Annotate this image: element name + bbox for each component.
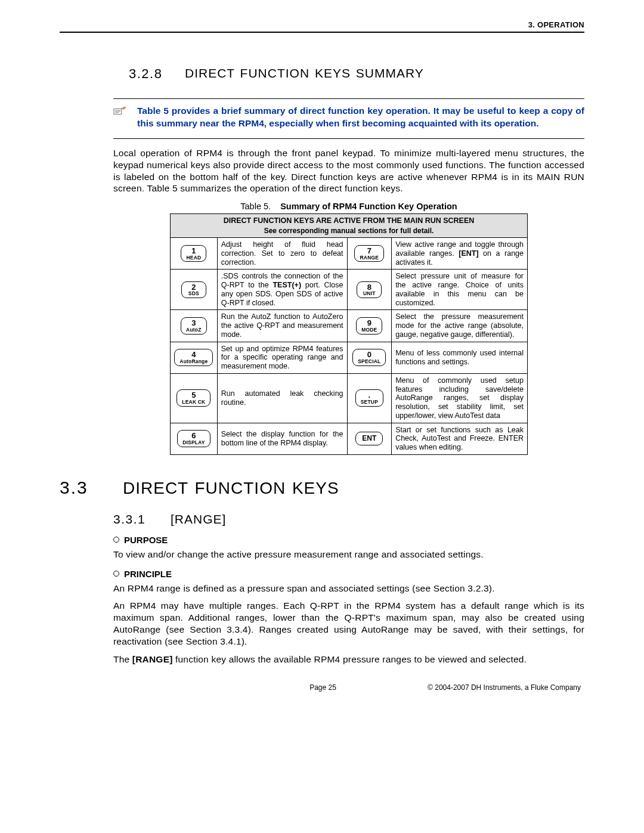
purpose-text: To view and/or change the active pressur… bbox=[113, 549, 584, 561]
purpose-label: PURPOSE bbox=[124, 535, 168, 545]
principle-p3: The [RANGE] function key allows the avai… bbox=[113, 654, 584, 665]
key-cell-left: 3AutoZ bbox=[171, 310, 218, 342]
keycap: 0SPECIAL bbox=[352, 349, 386, 366]
section-331-heading: 3.3.1 [RANGE] bbox=[113, 512, 584, 527]
table-row: 1HEADAdjust height of fluid head correct… bbox=[171, 238, 528, 270]
key-cell-left: 5LEAK CK bbox=[171, 373, 218, 423]
bullet-icon bbox=[113, 537, 119, 543]
table-caption: Table 5. Summary of RPM4 Function Key Op… bbox=[113, 202, 584, 211]
footer-copyright: © 2004-2007 DH Instruments, a Fluke Comp… bbox=[428, 683, 581, 692]
desc-cell-right: Menu of commonly used setup features inc… bbox=[392, 373, 528, 423]
table-caption-label: Table 5. bbox=[240, 202, 271, 211]
bullet-icon bbox=[113, 571, 119, 577]
desc-cell-right: View active range and toggle through ava… bbox=[392, 238, 528, 270]
page-footer: Page 25 © 2004-2007 DH Instruments, a Fl… bbox=[60, 683, 584, 692]
section-331-number: 3.3.1 bbox=[113, 512, 155, 527]
desc-cell-right: Start or set functions such as Leak Chec… bbox=[392, 423, 528, 454]
key-cell-left: 6DISPLAY bbox=[171, 423, 218, 454]
keycap: 5LEAK CK bbox=[177, 389, 210, 407]
keycap: 7RANGE bbox=[354, 245, 384, 262]
desc-cell-left: Run the AutoZ function to AutoZero the a… bbox=[217, 310, 347, 342]
table-row: 3AutoZRun the AutoZ function to AutoZero… bbox=[171, 310, 528, 342]
table-row: 6DISPLAYSelect the display function for … bbox=[171, 423, 528, 454]
table-row: 4AutoRangeSet up and optimize RPM4 featu… bbox=[171, 342, 528, 373]
table-caption-title: Summary of RPM4 Function Key Operation bbox=[280, 202, 457, 211]
key-cell-right: 7RANGE bbox=[347, 238, 392, 270]
key-cell-right: .SETUP bbox=[347, 373, 392, 423]
function-key-table: DIRECT FUNCTION KEYS ARE ACTIVE FROM THE… bbox=[170, 213, 528, 455]
page-header-right: 3. OPERATION bbox=[60, 20, 584, 29]
desc-cell-left: .SDS controls the connection of the Q-RP… bbox=[217, 270, 347, 310]
section-33-title: DIRECT FUNCTION KEYS bbox=[123, 479, 339, 498]
keycap: 9MODE bbox=[356, 317, 382, 335]
key-cell-right: ENT bbox=[347, 423, 392, 454]
header-rule bbox=[60, 32, 584, 33]
principle-p1: An RPM4 range is defined as a pressure s… bbox=[113, 583, 584, 594]
principle-p2: An RPM4 may have multiple ranges. Each Q… bbox=[113, 600, 584, 647]
key-cell-right: 9MODE bbox=[347, 310, 392, 342]
desc-cell-left: Select the display function for the bott… bbox=[217, 423, 347, 454]
section-328-heading: 3.2.8 DIRECT FUNCTION KEYS SUMMARY bbox=[60, 66, 584, 82]
key-cell-left: 1HEAD bbox=[171, 238, 218, 270]
keycap: 8UNIT bbox=[357, 281, 382, 299]
section-328-number: 3.2.8 bbox=[129, 66, 169, 82]
table-header-line2: See corresponding manual sections for fu… bbox=[174, 227, 524, 235]
principle-label: PRINCIPLE bbox=[124, 569, 172, 579]
note-icon bbox=[113, 106, 126, 130]
keycap: 1HEAD bbox=[181, 245, 206, 262]
table-header: DIRECT FUNCTION KEYS ARE ACTIVE FROM THE… bbox=[171, 214, 528, 238]
table-header-line1: DIRECT FUNCTION KEYS ARE ACTIVE FROM THE… bbox=[224, 216, 475, 225]
footer-page: Page 25 bbox=[309, 683, 336, 692]
keycap: 6DISPLAY bbox=[177, 430, 210, 447]
principle-p3-post: function key allows the available RPM4 p… bbox=[173, 654, 527, 664]
keycap: 3AutoZ bbox=[181, 317, 207, 335]
desc-cell-left: Run automated leak checking routine. bbox=[217, 373, 347, 423]
desc-cell-right: Select pressure unit of measure for the … bbox=[392, 270, 528, 310]
purpose-heading: PURPOSE bbox=[113, 535, 584, 545]
principle-p3-pre: The bbox=[113, 654, 132, 664]
section-33-heading: 3.3 DIRECT FUNCTION KEYS bbox=[60, 478, 584, 498]
desc-cell-right: Select the pressure measurement mode for… bbox=[392, 310, 528, 342]
table-row: 5LEAK CKRun automated leak checking rout… bbox=[171, 373, 528, 423]
keycap: 2SDS bbox=[181, 281, 206, 299]
table-row: 2SDS.SDS controls the connection of the … bbox=[171, 270, 528, 310]
principle-p3-bold: [RANGE] bbox=[132, 654, 173, 664]
section-328-title: DIRECT FUNCTION KEYS SUMMARY bbox=[185, 66, 424, 82]
key-cell-left: 2SDS bbox=[171, 270, 218, 310]
desc-cell-left: Set up and optimize RPM4 features for a … bbox=[217, 342, 347, 373]
section-33-number: 3.3 bbox=[60, 478, 101, 498]
keycap: ENT bbox=[355, 432, 383, 445]
note-text: Table 5 provides a brief summary of dire… bbox=[137, 105, 584, 130]
principle-heading: PRINCIPLE bbox=[113, 569, 584, 579]
desc-cell-right: Menu of less commonly used internal func… bbox=[392, 342, 528, 373]
key-cell-right: 0SPECIAL bbox=[347, 342, 392, 373]
desc-cell-left: Adjust height of fluid head correction. … bbox=[217, 238, 347, 270]
key-cell-right: 8UNIT bbox=[347, 270, 392, 310]
para-328: Local operation of RPM4 is through the f… bbox=[113, 147, 584, 194]
section-331-title: [RANGE] bbox=[171, 512, 226, 527]
keycap: 4AutoRange bbox=[174, 349, 213, 366]
note-block: Table 5 provides a brief summary of dire… bbox=[113, 98, 584, 139]
key-cell-left: 4AutoRange bbox=[171, 342, 218, 373]
keycap: .SETUP bbox=[355, 389, 383, 407]
